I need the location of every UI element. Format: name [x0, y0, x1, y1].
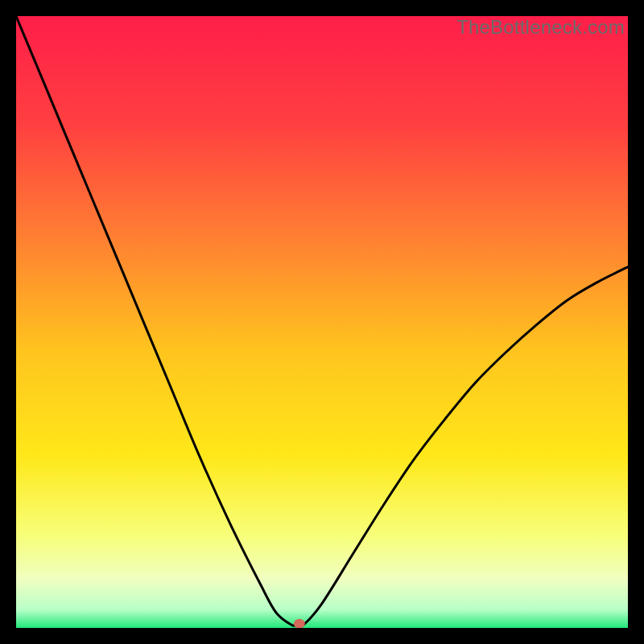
- plot-area: TheBottleneck.com: [16, 16, 628, 628]
- chart-svg: [16, 16, 628, 628]
- watermark-text: TheBottleneck.com: [456, 16, 625, 39]
- gradient-background: [16, 16, 628, 628]
- chart-frame: TheBottleneck.com: [16, 16, 628, 628]
